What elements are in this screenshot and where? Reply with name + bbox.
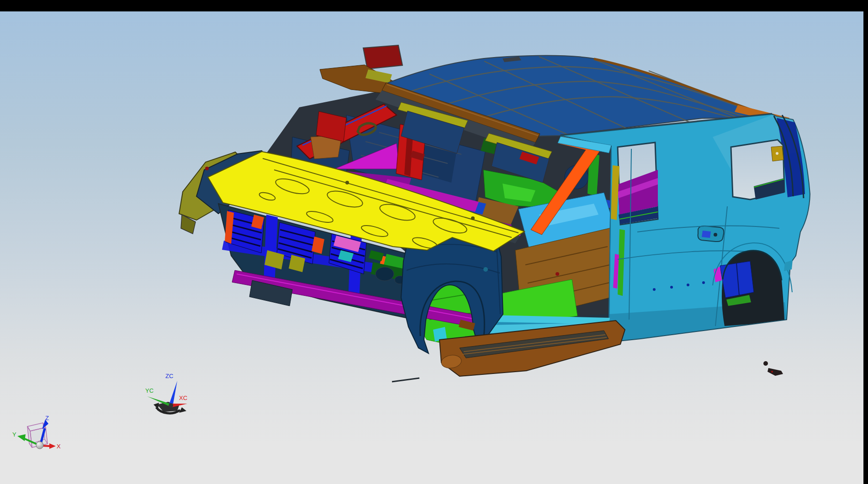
wcs-xc-label: XC (179, 395, 187, 401)
floor-red-dot (556, 272, 559, 276)
wcs-origin[interactable] (169, 403, 173, 408)
wcs-arc-arrow-2 (179, 407, 186, 413)
handle-keyhole (714, 233, 717, 237)
bolt-dot (702, 281, 705, 284)
rear-door-window[interactable] (618, 142, 658, 225)
view-orientation-triad[interactable]: Z Y X (12, 415, 61, 450)
small-floating-parts[interactable] (763, 361, 783, 376)
underbody-rod (392, 378, 419, 382)
bracket-hole (776, 152, 778, 155)
graphics-viewport[interactable]: ZC YC XC Z Y X (0, 0, 868, 484)
y-axis-label: Y (12, 431, 16, 438)
y-axis-head (17, 434, 26, 441)
triad-origin-ball[interactable] (36, 442, 43, 449)
handle-blue-part (702, 231, 711, 238)
frame-horn-hole-1 (376, 267, 394, 281)
wcs-zc-axis[interactable] (169, 381, 177, 405)
handle-recess[interactable] (698, 226, 724, 242)
cap-red-bolt (205, 167, 209, 170)
wcs-yc-label: YC (145, 387, 153, 394)
bolt-dot (670, 286, 673, 289)
x-axis-head (49, 443, 56, 449)
right-window-bar (863, 0, 868, 484)
bolt-dot (687, 284, 689, 286)
z-axis-label: Z (45, 415, 49, 421)
top-window-bar (0, 0, 868, 11)
x-axis-label: X (57, 443, 61, 450)
car-body-model[interactable] (179, 45, 810, 382)
wcs-zc-label: ZC (165, 373, 173, 379)
bolt-dot (653, 288, 656, 291)
floating-red-dot (771, 371, 773, 373)
header-end-red-piece[interactable] (363, 45, 402, 69)
wcs-xc-axis[interactable] (171, 404, 187, 407)
cad-application-window: ZC YC XC Z Y X (0, 0, 868, 484)
floating-bracket[interactable] (767, 368, 783, 376)
wcs-triad[interactable]: ZC YC XC (145, 373, 187, 413)
floating-nut[interactable] (763, 361, 768, 366)
fender-hole (483, 267, 488, 272)
quarter-window[interactable] (731, 140, 784, 200)
door-handle[interactable] (698, 226, 724, 242)
